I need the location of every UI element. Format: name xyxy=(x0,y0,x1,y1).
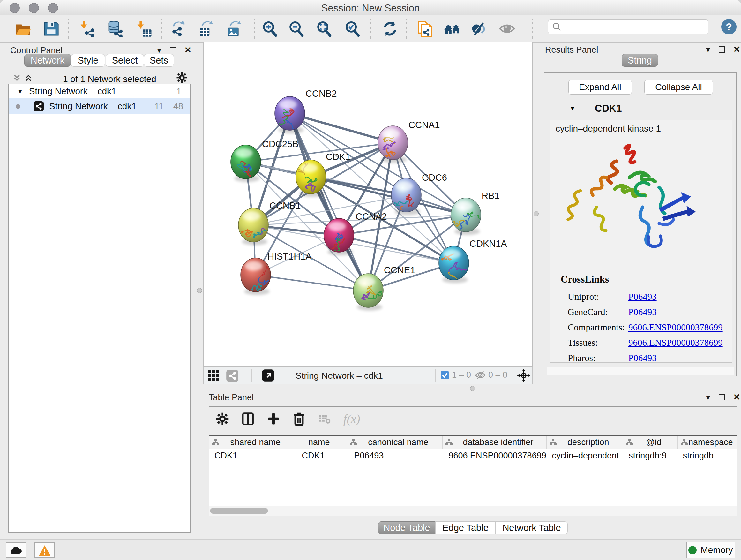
crosslink-value[interactable]: 9606.ENSP00000378699 xyxy=(628,337,723,348)
main-toolbar: ? xyxy=(0,15,741,43)
crosslink-row: Compartments:9606.ENSP00000378699 xyxy=(568,320,723,335)
tab-node-table[interactable]: Node Table xyxy=(378,521,435,534)
tab-style[interactable]: Style xyxy=(71,54,105,67)
crosslink-value[interactable]: P06493 xyxy=(628,353,657,363)
left-splitter-handle[interactable] xyxy=(197,288,202,293)
protein-expander-icon[interactable]: ▼ xyxy=(569,105,576,112)
crosslink-value[interactable]: P06493 xyxy=(628,292,657,302)
warnings-button[interactable] xyxy=(35,543,55,558)
column-header-id[interactable]: @id xyxy=(623,436,677,449)
save-session-button[interactable] xyxy=(42,20,60,38)
zoom-fit-button[interactable] xyxy=(315,20,333,38)
zoom-in-button[interactable] xyxy=(261,20,279,38)
hide-graphics-details-button[interactable] xyxy=(470,20,488,38)
apply-layout-button[interactable] xyxy=(381,20,399,38)
svg-text:RB1: RB1 xyxy=(482,191,499,201)
function-builder-icon-disabled: f(x) xyxy=(343,412,360,426)
column-header-canonical-name[interactable]: canonical name xyxy=(347,436,443,449)
zoom-in-icon xyxy=(261,20,278,37)
tab-edge-table[interactable]: Edge Table xyxy=(435,521,495,534)
panel-float-icon[interactable] xyxy=(719,394,725,400)
grid-view-button[interactable] xyxy=(207,369,220,383)
zoom-selected-button[interactable] xyxy=(343,20,361,38)
tab-edge-table-label: Edge Table xyxy=(442,523,488,533)
string-app-button[interactable] xyxy=(415,20,433,38)
panel-float-icon[interactable] xyxy=(170,47,176,53)
zoom-out-button[interactable] xyxy=(287,20,305,38)
network-node-count: 11 xyxy=(154,101,164,111)
table-options-gear-icon[interactable] xyxy=(216,412,229,426)
column-label: shared name xyxy=(219,437,294,447)
network-view-mode-button[interactable] xyxy=(226,369,239,383)
network-collection-row[interactable]: ▼ String Network – cdk1 1 xyxy=(9,84,190,98)
warning-icon xyxy=(39,545,51,556)
crosslink-value[interactable]: P06493 xyxy=(628,307,657,317)
checkbox-icon[interactable] xyxy=(441,371,449,380)
tab-style-label: Style xyxy=(77,55,98,66)
network-options-button[interactable] xyxy=(176,72,188,84)
column-header-description[interactable]: description xyxy=(547,436,623,449)
detach-view-button[interactable] xyxy=(262,369,274,383)
import-network-file-button[interactable] xyxy=(78,20,96,38)
import-network-database-button[interactable] xyxy=(106,20,124,38)
table-row[interactable]: CDK1 CDK1 P06493 9606.ENSP00000378699 cy… xyxy=(209,449,737,461)
panel-close-icon[interactable]: ✕ xyxy=(733,44,741,55)
column-header-namespace[interactable]: namespace xyxy=(678,436,737,449)
column-label: database identifier xyxy=(453,437,546,447)
table-panel: Table Panel ▾ ✕ f(x) shared name name xyxy=(204,388,741,536)
pan-mode-button[interactable] xyxy=(517,369,530,383)
panel-menu-icon[interactable]: ▾ xyxy=(706,44,711,55)
expand-all-button[interactable]: Expand All xyxy=(568,80,632,95)
results-scrollbar-track[interactable] xyxy=(547,367,734,375)
panel-close-icon[interactable]: ✕ xyxy=(185,45,192,55)
search-box[interactable] xyxy=(548,19,709,34)
table-panel-title: Table Panel xyxy=(209,393,254,402)
memory-button[interactable]: Memory xyxy=(686,542,735,558)
tab-sets[interactable]: Sets xyxy=(144,54,174,67)
delete-column-trash-icon[interactable] xyxy=(292,412,306,426)
panel-float-icon[interactable] xyxy=(719,46,725,53)
tree-expander-icon[interactable]: ▼ xyxy=(17,88,23,95)
search-input[interactable] xyxy=(564,22,708,32)
column-header-database-identifier[interactable]: database identifier xyxy=(443,436,547,449)
right-splitter-handle[interactable] xyxy=(534,211,539,216)
table-scrollbar-thumb[interactable] xyxy=(210,508,268,514)
network-graph[interactable]: CCNB2CCNA1CDC25BCDK1CDC6RB1CCNB1CCNA2CDK… xyxy=(204,42,532,366)
network-canvas[interactable]: CCNB2CCNA1CDC25BCDK1CDC6RB1CCNB1CCNA2CDK… xyxy=(203,42,533,367)
show-columns-icon[interactable] xyxy=(241,412,255,426)
network-row-selected[interactable]: String Network – cdk1 11 48 xyxy=(9,98,190,114)
collapse-all-button[interactable]: Collapse All xyxy=(644,80,713,95)
import-table-button[interactable] xyxy=(135,20,153,38)
selected-counts: 1 – 0 xyxy=(452,370,471,380)
expand-all-networks-button[interactable] xyxy=(23,73,33,84)
panel-close-icon[interactable]: ✕ xyxy=(733,392,741,402)
tab-network[interactable]: Network xyxy=(24,54,71,67)
current-network-name: String Network – cdk1 xyxy=(295,371,383,381)
browser-home-button[interactable] xyxy=(443,20,461,38)
title-bar: Session: New Session xyxy=(0,0,741,16)
network-row-label: String Network – cdk1 xyxy=(49,101,154,111)
tab-string[interactable]: String xyxy=(622,54,658,67)
crosslink-label: Compartments: xyxy=(568,320,628,335)
export-image-icon xyxy=(225,20,243,37)
tab-network-table-label: Network Table xyxy=(502,523,561,533)
export-image-button[interactable] xyxy=(225,20,243,38)
folder-icon xyxy=(14,20,31,37)
column-header-shared-name[interactable]: shared name xyxy=(209,436,295,449)
cloud-status-button[interactable] xyxy=(6,543,26,558)
tab-network-table[interactable]: Network Table xyxy=(495,521,568,534)
eye-view-button[interactable] xyxy=(498,20,516,38)
export-network-button[interactable] xyxy=(169,20,187,38)
open-session-button[interactable] xyxy=(14,20,32,38)
add-column-plus-icon[interactable] xyxy=(267,412,280,426)
export-table-button[interactable] xyxy=(197,20,215,38)
share-gray-icon xyxy=(226,369,239,382)
collapse-all-networks-button[interactable] xyxy=(12,73,22,84)
help-button[interactable]: ? xyxy=(721,19,737,35)
crosslink-label: Uniprot: xyxy=(568,289,628,304)
table-scrollbar-track[interactable] xyxy=(209,506,737,516)
crosslink-value[interactable]: 9606.ENSP00000378699 xyxy=(628,322,723,332)
tab-select[interactable]: Select xyxy=(106,54,144,67)
column-header-name[interactable]: name xyxy=(295,436,347,449)
panel-menu-icon[interactable]: ▾ xyxy=(706,392,711,402)
